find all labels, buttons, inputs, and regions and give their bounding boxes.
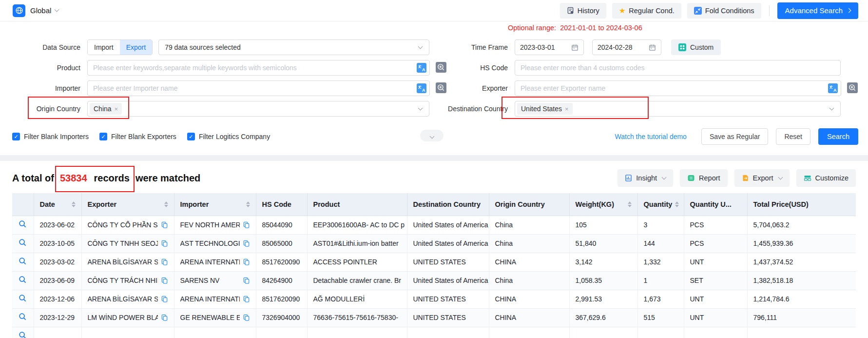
section-divider <box>0 155 868 161</box>
translate-icon[interactable]: A <box>828 83 838 93</box>
save-as-regular-button[interactable]: Save as Regular <box>701 128 769 145</box>
cell-exporter: ARENA BİLGİSAYAR S <box>81 253 174 271</box>
export-button[interactable]: Export <box>734 169 790 187</box>
cell-date: 2023-12-29 <box>34 308 81 327</box>
sort-icon[interactable] <box>164 201 168 207</box>
origin-country-label: Origin Country <box>12 105 80 113</box>
reset-button[interactable]: Reset <box>776 128 810 145</box>
filter-logistics-company-checkbox[interactable]: Filter Logitics Company <box>187 133 270 140</box>
data-source-toggle: Import Export <box>87 40 153 55</box>
exact-match-button[interactable] <box>435 82 447 94</box>
history-icon <box>567 7 574 14</box>
search-button[interactable]: Search <box>818 128 858 145</box>
copy-icon[interactable] <box>243 277 250 284</box>
advanced-search-button[interactable]: Advanced Search <box>777 2 858 19</box>
date-from-input[interactable]: 2023-03-01 <box>515 40 584 55</box>
magnifier-icon <box>19 220 27 228</box>
copy-icon[interactable] <box>243 240 250 247</box>
customize-button[interactable]: Customize <box>796 169 856 187</box>
report-button[interactable]: Report <box>680 169 728 187</box>
cell-destination: UNITED STATES <box>407 290 489 308</box>
sort-icon[interactable] <box>675 201 679 207</box>
exporter-label: Exporter <box>447 84 508 92</box>
col-quantity-header[interactable]: Quantity <box>637 193 684 216</box>
insight-button[interactable]: Insight <box>617 169 673 187</box>
chevron-right-icon <box>847 8 851 13</box>
table-header-row: Date Exporter Importer HS Code Product D… <box>12 193 856 216</box>
chevron-down-icon <box>662 175 667 179</box>
row-detail-button[interactable] <box>12 308 34 327</box>
copy-icon[interactable] <box>243 221 250 229</box>
remove-tag-icon[interactable]: × <box>115 105 118 113</box>
copy-icon[interactable] <box>161 277 168 284</box>
copy-icon[interactable] <box>161 314 168 321</box>
col-weight-header[interactable]: Weight(KG) <box>569 193 637 216</box>
copy-icon[interactable] <box>243 296 250 303</box>
history-button[interactable]: History <box>560 3 606 19</box>
cell-importer: ARENA INTERNATI <box>174 253 256 271</box>
hs-code-label: HS Code <box>447 64 508 72</box>
tutorial-link[interactable]: Watch the tutorial demo <box>615 133 687 140</box>
filter-blank-exporters-checkbox[interactable]: Filter Blank Exporters <box>99 133 176 140</box>
translate-icon[interactable]: A <box>417 83 426 93</box>
custom-range-button[interactable]: Custom <box>671 40 721 55</box>
copy-icon[interactable] <box>161 221 168 229</box>
collapse-conditions-button[interactable] <box>420 130 444 141</box>
destination-country-select[interactable]: United States × <box>515 101 841 117</box>
copy-icon[interactable] <box>161 296 168 303</box>
exact-match-button[interactable] <box>435 62 447 74</box>
filter-blank-importers-checkbox[interactable]: Filter Blank Importers <box>12 133 89 140</box>
sort-icon[interactable] <box>628 201 632 207</box>
translate-icon[interactable]: A <box>417 63 426 73</box>
cell-origin: CHINA <box>489 290 569 308</box>
regular-cond-button[interactable]: Regular Cond. <box>612 3 681 19</box>
product-label: Product <box>12 64 80 72</box>
remove-tag-icon[interactable]: × <box>565 105 569 113</box>
checkbox-checked-icon <box>12 133 20 140</box>
cell-product: 76636-75615-75616-75830- <box>307 308 407 327</box>
col-date-header[interactable]: Date <box>34 193 81 216</box>
row-detail-button[interactable] <box>12 216 34 234</box>
row-detail-button[interactable] <box>12 253 34 271</box>
table-row: 2023-06-09CÔNG TY TRÁCH NHIÊSARENS NV842… <box>12 271 856 290</box>
sort-icon[interactable] <box>72 201 76 207</box>
copy-icon[interactable] <box>243 314 250 321</box>
export-tab[interactable]: Export <box>120 40 152 55</box>
copy-icon[interactable] <box>243 258 250 266</box>
chevron-down-icon <box>429 134 434 139</box>
exact-match-button[interactable] <box>847 82 858 94</box>
cell-exporter: ARENA BİLGİSAYAR S <box>81 290 174 308</box>
row-detail-button[interactable] <box>12 234 34 253</box>
table-row: 2023-12-06ARENA BİLGİSAYAR SARENA INTERN… <box>12 290 856 308</box>
origin-country-select[interactable]: China × <box>87 101 429 117</box>
copy-icon[interactable] <box>161 258 168 266</box>
row-detail-button[interactable] <box>12 271 34 290</box>
copy-icon[interactable] <box>161 240 168 247</box>
hs-code-input[interactable] <box>515 60 841 76</box>
cell-quantity-unit: UNT <box>684 290 747 308</box>
divider <box>769 5 770 16</box>
data-sources-select[interactable]: 79 data sources selected <box>158 40 429 55</box>
sort-icon[interactable] <box>246 201 250 207</box>
svg-text:A: A <box>833 88 837 93</box>
col-exporter-header[interactable]: Exporter <box>81 193 174 216</box>
cell-quantity: 1,332 <box>637 253 684 271</box>
importer-input[interactable] <box>87 80 430 96</box>
cell-quantity-unit: SET <box>684 271 747 290</box>
col-total-price-header: Total Price(USD) <box>747 193 856 216</box>
exporter-input[interactable] <box>515 80 841 96</box>
row-detail-button[interactable] <box>12 290 34 308</box>
cell-quantity-unit: PCS <box>684 216 747 234</box>
date-to-input[interactable]: 2024-02-28 <box>592 40 661 55</box>
cell-origin: CHINA <box>489 308 569 327</box>
cell-date: 2023-03-02 <box>34 253 81 271</box>
product-input[interactable] <box>87 60 430 76</box>
import-tab[interactable]: Import <box>88 40 120 55</box>
chevron-down-icon <box>55 7 59 12</box>
region-selector[interactable]: Global <box>30 6 58 15</box>
cell-date: 2023-12-06 <box>34 290 81 308</box>
col-importer-header[interactable]: Importer <box>174 193 256 216</box>
row-detail-button[interactable] <box>12 327 34 338</box>
fold-conditions-button[interactable]: Fold Conditions <box>687 3 761 19</box>
magnifier-icon <box>19 331 27 338</box>
